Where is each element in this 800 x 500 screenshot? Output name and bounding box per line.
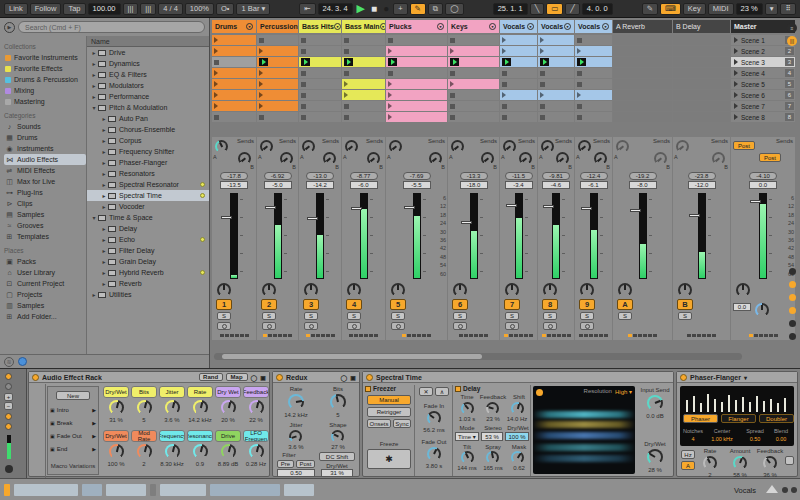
main-post-button[interactable]: Post — [759, 153, 781, 162]
quantize-field[interactable]: 100% — [185, 3, 214, 15]
clip-slot[interactable] — [257, 68, 298, 78]
solo-button[interactable]: S — [391, 312, 405, 320]
track-activator-button[interactable]: 5 — [390, 299, 406, 310]
clip-slot[interactable] — [386, 101, 447, 111]
redux-hotswap-icon[interactable]: ◯ — [341, 374, 348, 381]
volume-fader[interactable] — [342, 191, 385, 281]
sidebar-item-projects[interactable]: ▢Projects — [4, 289, 86, 300]
track-menu-icon[interactable]: ▾ — [489, 23, 496, 30]
macro-chip-10[interactable]: Drive — [215, 430, 241, 442]
track-activator-button[interactable]: 1 — [216, 299, 232, 310]
view-toggle-arrangement-icon[interactable]: ≡ — [787, 23, 797, 33]
resolution-value[interactable]: High ▾ — [615, 388, 632, 395]
macro-knob-1[interactable] — [137, 400, 152, 415]
sidebar-item-current-project[interactable]: ⊡Current Project — [4, 278, 86, 289]
solo-button[interactable]: S — [505, 312, 519, 320]
capture-midi-button[interactable]: ◯ — [445, 3, 463, 15]
fader-handle[interactable] — [351, 207, 362, 210]
volume-field[interactable]: -5.0 — [264, 181, 292, 189]
metronome-button[interactable]: O• — [216, 3, 234, 15]
clip-slot[interactable] — [673, 46, 730, 56]
clip-slot[interactable] — [575, 46, 612, 56]
arm-button[interactable] — [505, 322, 519, 330]
clip-slot[interactable] — [575, 101, 612, 111]
track-menu-icon[interactable]: ▾ — [246, 23, 253, 30]
automation-arm-button[interactable]: ✎ — [410, 3, 426, 15]
track-header[interactable]: Drums▾ — [212, 20, 256, 33]
send-b-knob[interactable] — [280, 152, 293, 165]
macro-chip-0[interactable]: Dry/Wet — [103, 386, 129, 398]
minimap-block-6[interactable] — [210, 484, 280, 496]
volume-fader[interactable] — [673, 191, 730, 281]
clip-slot[interactable] — [613, 90, 672, 100]
key-map-button[interactable]: Key — [683, 3, 706, 15]
send-a-knob[interactable] — [616, 140, 629, 153]
file-list-name-header[interactable]: Name — [87, 36, 209, 47]
peak-level-field[interactable]: -12.4 — [580, 172, 608, 180]
clip-slot[interactable] — [299, 57, 341, 67]
scene-row-8[interactable]: Scene 88 — [731, 112, 795, 122]
clip-slot[interactable] — [342, 57, 385, 67]
clip-slot[interactable] — [257, 35, 298, 45]
tree-arrow-icon[interactable]: ▸ — [100, 192, 108, 199]
new-button[interactable]: + — [393, 3, 407, 15]
send-a-knob[interactable] — [541, 140, 554, 153]
tree-arrow-icon[interactable]: ▾ — [90, 214, 98, 221]
clip-slot[interactable] — [299, 79, 341, 89]
clip-slot[interactable] — [613, 46, 672, 56]
volume-field[interactable]: -8.0 — [629, 181, 657, 189]
clip-slot[interactable] — [342, 68, 385, 78]
send-b-knob[interactable] — [594, 152, 607, 165]
rate-knob[interactable] — [288, 394, 304, 410]
file-item-dynamics[interactable]: ▸Dynamics — [87, 58, 209, 69]
solo-button[interactable]: S — [453, 312, 467, 320]
peak-level-field[interactable]: -6.92 — [264, 172, 292, 180]
tree-arrow-icon[interactable]: ▸ — [100, 159, 108, 166]
clip-slot[interactable] — [257, 46, 298, 56]
tree-arrow-icon[interactable]: ▸ — [100, 258, 108, 265]
peak-level-field[interactable]: -11.5 — [505, 172, 533, 180]
volume-fader[interactable] — [613, 191, 672, 281]
arm-button[interactable] — [391, 322, 405, 330]
punch-out-button[interactable]: ╱ — [565, 3, 580, 15]
volume-fader[interactable] — [299, 191, 341, 281]
clip-slot[interactable] — [673, 79, 730, 89]
track-header[interactable]: Keys▾ — [448, 20, 499, 33]
track-menu-icon[interactable]: ▾ — [564, 23, 571, 30]
rack-hotswap-icon[interactable]: ◯ — [251, 374, 258, 381]
crossfade-assign[interactable] — [299, 331, 341, 340]
send-b-knob[interactable] — [367, 152, 380, 165]
file-item-frequency-shifter[interactable]: ▸Frequency Shifter — [87, 146, 209, 157]
record-button[interactable]: ● — [381, 3, 391, 14]
volume-fader[interactable] — [212, 191, 256, 281]
clip-slot[interactable] — [613, 35, 672, 45]
phaser-expand-icon[interactable] — [785, 456, 794, 465]
shift-knob[interactable] — [511, 402, 524, 415]
clip-slot[interactable] — [673, 112, 730, 122]
tree-arrow-icon[interactable]: ▸ — [100, 137, 108, 144]
file-item-modulators[interactable]: ▸Modulators — [87, 80, 209, 91]
send-a-knob[interactable] — [389, 140, 402, 153]
minimap-block-3[interactable] — [106, 484, 146, 496]
crossfade-assign[interactable] — [500, 331, 537, 340]
tree-arrow-icon[interactable]: ▸ — [100, 236, 108, 243]
solo-button[interactable]: S — [543, 312, 557, 320]
arm-button[interactable] — [580, 322, 594, 330]
tree-arrow-icon[interactable]: ▸ — [100, 126, 108, 133]
solo-button[interactable]: S — [580, 312, 594, 320]
preview-play-icon[interactable]: ▶ — [4, 22, 15, 33]
scene-row-3[interactable]: Scene 33 — [731, 57, 795, 67]
tree-arrow-icon[interactable]: ▸ — [90, 71, 98, 78]
clip-slot[interactable] — [257, 57, 298, 67]
file-item-reverb[interactable]: ▸Reverb — [87, 278, 209, 289]
clip-slot[interactable] — [212, 101, 256, 111]
tree-arrow-icon[interactable]: ▸ — [100, 148, 108, 155]
track-activator-button[interactable]: 7 — [504, 299, 520, 310]
scene-row-4[interactable]: Scene 44 — [731, 68, 795, 78]
fade-x-button[interactable]: ✕ — [419, 387, 433, 396]
freeze-button[interactable]: ✱ — [367, 449, 411, 469]
tree-arrow-icon[interactable]: ▾ — [90, 104, 98, 111]
macro-chip-7[interactable]: Mod Rate — [131, 430, 157, 442]
send-b-knob[interactable] — [238, 152, 251, 165]
clip-slot[interactable] — [538, 79, 574, 89]
